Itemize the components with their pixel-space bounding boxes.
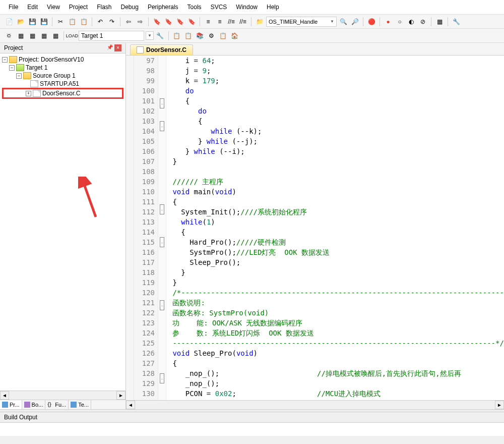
menu-file[interactable]: File: [4, 2, 23, 12]
outdent-icon[interactable]: ≡: [215, 17, 225, 27]
menu-svcs[interactable]: SVCS: [206, 2, 232, 12]
books-icon[interactable]: 📚: [195, 31, 205, 41]
open-icon[interactable]: 📂: [16, 17, 26, 27]
templates-tab-icon: [71, 402, 77, 408]
target-options-icon[interactable]: 🔧: [155, 31, 165, 41]
stop-build-icon[interactable]: ▦: [50, 31, 60, 41]
breakpoint-icon[interactable]: ●: [383, 17, 393, 27]
tree-file-doorsensor[interactable]: + DoorSensor.C: [2, 88, 123, 99]
new-file-icon[interactable]: 📄: [4, 17, 14, 27]
symbol-dropdown[interactable]: OS_TIMER_Handle ▼: [266, 17, 337, 27]
menu-window[interactable]: Window: [231, 2, 262, 12]
batch-build-icon[interactable]: ▦: [39, 31, 49, 41]
menu-tools[interactable]: Tools: [183, 2, 206, 12]
simulator-icon[interactable]: 🏠: [230, 31, 240, 41]
breakpoint-disable-icon[interactable]: ◐: [406, 17, 416, 27]
tab-books[interactable]: Bo...: [22, 400, 46, 409]
code-editor[interactable]: 9798991001011021031041051061071081091101…: [126, 56, 504, 400]
bookmark-prev-icon[interactable]: 🔖: [163, 17, 173, 27]
toolbar-standard: 📄 📂 💾 💾 ✂ 📋 📋 ↶ ↷ ⇦ ⇨ 🔖 🔖 🔖 🔖 ≡ ≡ //≡ //…: [0, 15, 504, 29]
target-icon: [16, 64, 24, 71]
scroll-right-icon[interactable]: ►: [116, 391, 125, 400]
paste-icon[interactable]: 📋: [79, 17, 89, 27]
indent-icon[interactable]: ≡: [203, 17, 213, 27]
chevron-down-icon[interactable]: ▼: [146, 31, 154, 40]
template-icon[interactable]: 📋: [218, 31, 228, 41]
find-in-files-icon[interactable]: 📁: [255, 17, 265, 27]
build-output-body[interactable]: [0, 423, 504, 436]
download-icon[interactable]: LOAD: [67, 31, 77, 41]
menu-debug[interactable]: Debug: [116, 2, 143, 12]
target-dropdown-value: Target 1: [81, 32, 103, 39]
rebuild-icon[interactable]: ▦: [27, 31, 37, 41]
tree-file-startup[interactable]: STARTUP.A51: [2, 80, 123, 88]
collapse-icon[interactable]: −: [9, 65, 15, 71]
cut-icon[interactable]: ✂: [55, 17, 66, 27]
find-next-icon[interactable]: 🔎: [350, 17, 360, 27]
bookmark-next-icon[interactable]: 🔖: [175, 17, 185, 27]
scroll-left-icon[interactable]: ◄: [0, 391, 9, 400]
tree-label: Target 1: [26, 64, 47, 71]
undo-icon[interactable]: ↶: [95, 17, 105, 27]
scroll-right-icon[interactable]: ►: [495, 401, 504, 409]
horizontal-scrollbar[interactable]: ◄ ►: [0, 391, 125, 400]
translate-icon[interactable]: ⛭: [4, 31, 14, 41]
menu-edit[interactable]: Edit: [23, 2, 42, 12]
project-tab-icon: [2, 402, 8, 408]
menu-peripherals[interactable]: Peripherals: [143, 2, 183, 12]
file-ext-icon[interactable]: 📋: [183, 31, 194, 41]
menu-project[interactable]: Project: [65, 2, 92, 12]
tab-functions[interactable]: {} Fu...: [45, 400, 69, 409]
project-panel-title: Project 📌 ×: [0, 43, 125, 53]
save-icon[interactable]: 💾: [27, 17, 37, 27]
window-icon[interactable]: ▦: [434, 17, 445, 27]
debug-icon[interactable]: 🔴: [366, 17, 376, 27]
tab-label: Fu...: [55, 402, 66, 408]
breakpoint-margin[interactable]: [126, 56, 134, 400]
project-tree[interactable]: − Project: DoorSensorV10 − Target 1 − So…: [0, 53, 125, 391]
func-icon[interactable]: ⚙: [207, 31, 217, 41]
menu-help[interactable]: Help: [262, 2, 284, 12]
close-icon[interactable]: ×: [114, 44, 121, 51]
tree-label: Project: DoorSensorV10: [19, 56, 84, 63]
file-tab-doorsensor[interactable]: DoorSensor.C: [130, 44, 193, 55]
tree-target[interactable]: − Target 1: [2, 64, 123, 72]
bookmark-icon[interactable]: 🔖: [152, 17, 162, 27]
code-text[interactable]: i = 64; j = 9; k = 179; do { do { while …: [166, 56, 504, 400]
breakpoint-toggle-icon[interactable]: ○: [395, 17, 405, 27]
nav-forward-icon[interactable]: ⇨: [135, 17, 145, 27]
tab-project[interactable]: Pr...: [0, 400, 22, 409]
configure-icon[interactable]: 🔧: [451, 17, 461, 27]
breakpoint-kill-icon[interactable]: ⊘: [418, 17, 428, 27]
uncomment-icon[interactable]: //≡: [238, 17, 248, 27]
tree-label: DoorSensor.C: [42, 90, 80, 97]
menu-flash[interactable]: Flash: [92, 2, 116, 12]
manage-project-icon[interactable]: 📋: [172, 31, 182, 41]
pin-icon[interactable]: 📌: [106, 44, 113, 51]
nav-back-icon[interactable]: ⇦: [123, 17, 134, 27]
tab-templates[interactable]: Te...: [69, 400, 91, 409]
fold-column[interactable]: ------: [158, 56, 166, 400]
tab-label: Pr...: [10, 402, 20, 408]
save-all-icon[interactable]: 💾: [39, 17, 49, 27]
target-dropdown[interactable]: Target 1: [79, 31, 144, 41]
tab-label: Bo...: [32, 402, 43, 408]
tree-project-root[interactable]: − Project: DoorSensorV10: [2, 56, 123, 64]
bookmark-clear-icon[interactable]: 🔖: [186, 17, 197, 27]
build-icon[interactable]: ▦: [16, 31, 26, 41]
redo-icon[interactable]: ↷: [107, 17, 117, 27]
find-icon[interactable]: 🔍: [338, 17, 348, 27]
scroll-left-icon[interactable]: ◄: [126, 401, 135, 409]
collapse-icon[interactable]: −: [16, 73, 22, 79]
expand-icon[interactable]: +: [26, 91, 31, 96]
folder-icon: [23, 72, 31, 79]
menu-view[interactable]: View: [42, 2, 65, 12]
editor-horizontal-scrollbar[interactable]: ◄ ►: [126, 400, 504, 409]
build-output-title: Build Output: [0, 412, 504, 423]
editor-tabbar: DoorSensor.C: [126, 43, 504, 56]
tree-group[interactable]: − Source Group 1: [2, 72, 123, 80]
collapse-icon[interactable]: −: [2, 57, 8, 63]
comment-icon[interactable]: //≡: [226, 17, 236, 27]
file-tab-label: DoorSensor.C: [146, 46, 186, 53]
copy-icon[interactable]: 📋: [67, 17, 77, 27]
